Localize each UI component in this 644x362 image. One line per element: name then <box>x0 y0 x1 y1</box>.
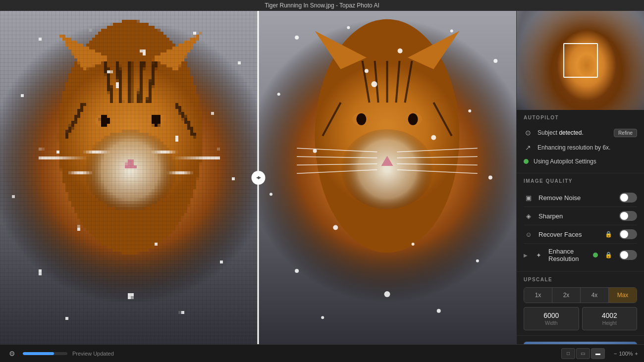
refine-button[interactable]: Refine <box>614 129 637 137</box>
image-quality-title: IMAGE QUALITY <box>524 178 637 184</box>
autopilot-resolution-row: ↗ Enhancing resolution by 6x. <box>524 140 637 155</box>
upscale-buttons-group: 1x 2x 4x Max <box>524 287 637 303</box>
autopilot-section: AUTOPILOT ⊙ Subject detected. Refine ↗ E… <box>517 110 644 173</box>
progress-bar-container <box>23 352 67 355</box>
progress-bar-fill <box>23 352 54 355</box>
green-status-dot <box>524 159 529 164</box>
autopilot-title: AUTOPILOT <box>524 115 637 120</box>
zoom-out-icon[interactable]: − <box>614 351 617 357</box>
autopilot-settings-row: Using Autopilot Settings <box>524 155 637 168</box>
detected-text: detected. <box>559 129 583 136</box>
after-image <box>258 11 516 344</box>
height-value: 4002 <box>587 311 633 319</box>
settings-icon[interactable]: ⚙ <box>6 348 18 360</box>
dimensions-row: 6000 Width 4002 Height <box>524 307 637 330</box>
resolution-text: Enhancing resolution by 6x. <box>537 144 637 151</box>
enhance-resolution-row: ▶ ✦ Enhance Resolution 🔒 <box>524 244 637 266</box>
zoom-in-icon[interactable]: + <box>635 351 638 357</box>
height-box: 4002 Height <box>582 307 638 330</box>
image-split-view <box>0 11 516 344</box>
enhance-resolution-label: Enhance Resolution <box>548 248 588 262</box>
enhance-resolution-lock-icon: 🔒 <box>605 252 612 259</box>
view-controls: □ ▭ ▬ <box>561 348 605 359</box>
enhance-resolution-toggle[interactable] <box>619 250 637 260</box>
thumbnail-area <box>517 11 644 110</box>
resolution-icon: ↗ <box>524 143 533 152</box>
upscale-4x-button[interactable]: 4x <box>581 288 609 303</box>
sharpen-toggle[interactable] <box>619 211 637 221</box>
split-divider[interactable] <box>258 11 259 344</box>
remove-noise-row: ▣ Remove Noise <box>524 189 637 207</box>
upscale-section: UPSCALE 1x 2x 4x Max 6000 Width 4002 Hei… <box>517 272 644 336</box>
zoom-level: 100% <box>619 351 633 357</box>
preview-updated-text: Preview Updated <box>72 351 556 357</box>
window-title: Tiger Running In Snow.jpg - Topaz Photo … <box>265 2 379 9</box>
after-canvas <box>258 11 516 344</box>
remove-noise-toggle[interactable] <box>619 193 637 203</box>
width-value: 6000 <box>528 311 575 319</box>
divider-handle[interactable] <box>251 171 265 185</box>
bottom-bar: ⚙ Preview Updated □ ▭ ▬ − 100% + <box>0 344 644 362</box>
image-quality-section: IMAGE QUALITY ▣ Remove Noise ◈ Sharpen ☺… <box>517 173 644 272</box>
main-layout: AUTOPILOT ⊙ Subject detected. Refine ↗ E… <box>0 11 644 344</box>
settings-text: Using Autopilot Settings <box>534 158 637 165</box>
upscale-1x-button[interactable]: 1x <box>524 288 552 303</box>
right-panel: AUTOPILOT ⊙ Subject detected. Refine ↗ E… <box>516 11 644 344</box>
subject-icon: ⊙ <box>524 128 533 137</box>
sharpen-icon: ◈ <box>524 211 534 221</box>
title-bar: Tiger Running In Snow.jpg - Topaz Photo … <box>0 0 644 11</box>
thumbnail-frame <box>563 43 598 78</box>
subject-label: Subject <box>537 129 557 136</box>
sharpen-label: Sharpen <box>538 212 614 220</box>
zoom-control: − 100% + <box>614 351 638 357</box>
autopilot-subject-text: Subject detected. <box>537 129 609 136</box>
height-label: Height <box>587 320 633 326</box>
enhance-resolution-icon: ✦ <box>534 250 543 260</box>
width-box: 6000 Width <box>524 307 579 330</box>
view-compare-button[interactable]: ▬ <box>591 348 605 359</box>
expand-icon: ▶ <box>524 253 528 258</box>
view-split-button[interactable]: ▭ <box>576 348 590 359</box>
view-single-button[interactable]: □ <box>561 348 575 359</box>
before-canvas <box>0 11 258 344</box>
width-label: Width <box>528 320 575 326</box>
remove-noise-icon: ▣ <box>524 193 534 203</box>
upscale-max-button[interactable]: Max <box>609 288 637 303</box>
remove-noise-label: Remove Noise <box>538 194 614 202</box>
recover-faces-icon: ☺ <box>524 229 534 239</box>
recover-faces-row: ☺ Recover Faces 🔒 <box>524 225 637 244</box>
recover-faces-label: Recover Faces <box>538 231 600 238</box>
sharpen-row: ◈ Sharpen <box>524 207 637 225</box>
recover-faces-lock-icon: 🔒 <box>605 231 612 238</box>
autopilot-subject-row: ⊙ Subject detected. Refine <box>524 125 637 140</box>
upscale-2x-button[interactable]: 2x <box>552 288 581 303</box>
recover-faces-toggle[interactable] <box>619 229 637 239</box>
enhance-active-dot <box>593 253 598 258</box>
before-image <box>0 11 258 344</box>
upscale-title: UPSCALE <box>524 277 637 282</box>
